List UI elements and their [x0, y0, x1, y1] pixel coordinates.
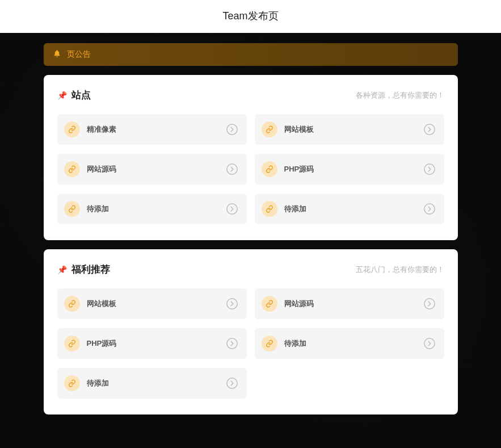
chevron-right-icon	[225, 337, 239, 350]
chevron-right-icon	[423, 123, 436, 136]
section-subtitle: 五花八门，总有你需要的！	[356, 265, 444, 275]
list-item-label: 待添加	[87, 378, 218, 388]
svg-point-7	[424, 299, 434, 309]
page-background: 页公告 📌 站点 各种资源，总有你需要的！ 精准像素	[0, 33, 501, 448]
bell-icon	[53, 49, 61, 60]
list-item[interactable]: 待添加	[57, 194, 247, 224]
list-item-label: PHP源码	[87, 338, 218, 349]
svg-point-5	[424, 204, 434, 214]
list-item[interactable]: 待添加	[255, 194, 444, 224]
list-item-label: 待添加	[284, 204, 416, 214]
list-item[interactable]: 网站模板	[255, 114, 444, 145]
svg-point-8	[226, 338, 237, 349]
chevron-right-icon	[225, 123, 239, 136]
svg-point-3	[424, 164, 434, 174]
svg-point-10	[226, 378, 237, 388]
pin-icon: 📌	[57, 265, 67, 274]
chevron-right-icon	[423, 162, 436, 176]
chevron-right-icon	[423, 337, 436, 350]
pin-icon: 📌	[57, 91, 67, 100]
list-item[interactable]: 待添加	[57, 368, 247, 399]
list-item[interactable]: 网站源码	[255, 288, 444, 319]
list-item[interactable]: PHP源码	[255, 154, 444, 185]
link-icon	[262, 122, 277, 137]
chevron-right-icon	[225, 297, 239, 311]
link-icon	[64, 336, 80, 351]
section-header: 📌 站点 各种资源，总有你需要的！	[57, 89, 444, 102]
svg-point-4	[226, 204, 237, 214]
list-item[interactable]: 待添加	[255, 328, 444, 359]
list-item[interactable]: 精准像素	[57, 114, 247, 145]
list-item[interactable]: 网站模板	[57, 288, 247, 319]
list-item-label: PHP源码	[284, 164, 416, 174]
chevron-right-icon	[225, 162, 239, 176]
list-item-label: 待添加	[284, 338, 416, 349]
section-recommend: 📌 福利推荐 五花八门，总有你需要的！ 网站模板	[44, 249, 458, 414]
list-item[interactable]: 网站源码	[57, 154, 247, 185]
notice-text: 页公告	[67, 49, 91, 60]
page-title: Team发布页	[222, 10, 278, 22]
list-item-label: 网站模板	[284, 124, 416, 135]
list-item-label: 网站源码	[284, 299, 416, 309]
notice-bar[interactable]: 页公告	[44, 43, 458, 66]
list-item-label: 网站源码	[87, 164, 218, 174]
link-icon	[64, 296, 80, 312]
chevron-right-icon	[225, 202, 239, 216]
svg-point-2	[226, 164, 237, 174]
list-item-label: 网站模板	[87, 299, 218, 309]
section-title-text: 站点	[71, 89, 91, 102]
section-title-text: 福利推荐	[71, 263, 110, 276]
list-item[interactable]: PHP源码	[57, 328, 247, 359]
content-container: 页公告 📌 站点 各种资源，总有你需要的！ 精准像素	[44, 43, 458, 414]
list-item-label: 待添加	[87, 204, 218, 214]
chevron-right-icon	[225, 376, 239, 390]
link-icon	[262, 161, 277, 177]
svg-point-1	[424, 124, 434, 135]
section-subtitle: 各种资源，总有你需要的！	[356, 90, 444, 101]
chevron-right-icon	[423, 202, 436, 216]
svg-point-0	[226, 124, 237, 135]
link-icon	[64, 375, 80, 391]
page-header: Team发布页	[0, 0, 501, 33]
link-icon	[262, 296, 277, 312]
section-title: 📌 福利推荐	[57, 263, 110, 276]
items-grid: 网站模板 网站源码	[57, 288, 444, 399]
section-header: 📌 福利推荐 五花八门，总有你需要的！	[57, 263, 444, 276]
link-icon	[64, 201, 80, 217]
section-sites: 📌 站点 各种资源，总有你需要的！ 精准像素	[44, 75, 458, 240]
section-title: 📌 站点	[57, 89, 91, 102]
link-icon	[64, 161, 80, 177]
svg-point-9	[424, 338, 434, 349]
items-grid: 精准像素 网站模板	[57, 114, 444, 224]
link-icon	[64, 122, 80, 137]
link-icon	[262, 201, 277, 217]
chevron-right-icon	[423, 297, 436, 311]
link-icon	[262, 336, 277, 351]
svg-point-6	[226, 299, 237, 309]
list-item-label: 精准像素	[87, 124, 218, 135]
